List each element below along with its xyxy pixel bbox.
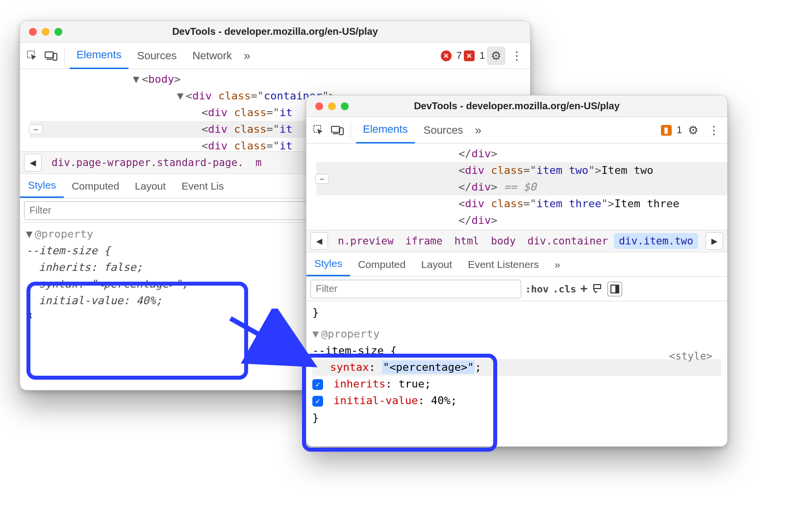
traffic-lights[interactable] [29, 28, 62, 36]
styles-subtabs: Styles Computed Layout Event Listeners » [306, 252, 727, 277]
close-window-icon[interactable] [29, 28, 37, 36]
warning-badge[interactable]: ✕ 1 [464, 50, 485, 61]
zoom-window-icon[interactable] [54, 28, 62, 36]
brush-icon[interactable] [592, 283, 604, 295]
subtab-styles[interactable]: Styles [20, 174, 64, 198]
at-property-label: @property [35, 228, 93, 240]
dom-tree[interactable]: </div> ⋯ <div class="item two">Item two … [306, 144, 727, 230]
warning-icon: ▮ [661, 125, 672, 136]
editing-value[interactable]: "<percentage>" [382, 361, 475, 374]
crumb-next-button[interactable]: ▶ [706, 232, 723, 250]
breadcrumb-item[interactable]: body [485, 235, 522, 247]
declaration-toggle-checkbox[interactable]: ✓ [312, 379, 323, 390]
titlebar: DevTools - developer.mozilla.org/en-US/p… [20, 21, 530, 43]
breadcrumb-item-selected[interactable]: div.item.two [614, 233, 698, 249]
zoom-window-icon[interactable] [341, 102, 349, 110]
cls-toggle[interactable]: .cls [553, 283, 576, 295]
minimize-window-icon[interactable] [328, 102, 336, 110]
dom-node-item-one-close[interactable]: </div> [316, 145, 727, 162]
stylesheet-link[interactable]: <style> [669, 348, 712, 364]
svg-rect-9 [615, 285, 619, 293]
close-window-icon[interactable] [315, 102, 323, 110]
subtab-styles[interactable]: Styles [306, 252, 350, 276]
css-declaration[interactable]: ✓ inherits: true; [312, 376, 721, 392]
crumb-prev-button[interactable]: ◀ [310, 232, 328, 250]
dom-node-item-two[interactable]: ⋯ <div class="item two">Item two </div> … [316, 162, 727, 195]
kebab-menu-button[interactable]: ⋮ [507, 47, 526, 65]
rule-close-brace: } [312, 304, 721, 321]
device-toggle-icon[interactable] [329, 122, 346, 139]
at-property-label: @property [321, 328, 380, 340]
styles-filter-row: :hov .cls + [306, 277, 727, 301]
devtools-toolbar: Elements Sources Network » ✕ 7 ✕ 1 ⚙ ⋮ [20, 43, 530, 69]
traffic-lights[interactable] [315, 102, 349, 110]
minimize-window-icon[interactable] [42, 28, 50, 36]
subtab-computed[interactable]: Computed [64, 174, 127, 198]
device-toggle-icon[interactable] [43, 48, 59, 64]
css-declaration[interactable]: syntax: "<percentage>"; [312, 359, 721, 376]
breadcrumb-item[interactable]: html [449, 235, 485, 247]
subtab-events[interactable]: Event Listeners [460, 252, 547, 276]
svg-rect-1 [45, 52, 53, 58]
devtools-window-2: DevTools - developer.mozilla.org/en-US/p… [306, 95, 728, 447]
subtab-layout[interactable]: Layout [127, 174, 174, 198]
more-tabs-icon[interactable]: » [241, 49, 253, 63]
add-rule-icon[interactable]: + [580, 281, 587, 296]
settings-button[interactable]: ⚙ [487, 47, 506, 65]
more-tabs-icon[interactable]: » [472, 123, 484, 137]
tab-sources[interactable]: Sources [130, 43, 184, 69]
window-title: DevTools - developer.mozilla.org/en-US/p… [314, 100, 719, 112]
inspect-icon[interactable] [24, 48, 41, 64]
tab-elements[interactable]: Elements [356, 117, 415, 144]
subtab-events[interactable]: Event Lis [174, 174, 231, 198]
rule-selector[interactable]: --item-size { [312, 342, 721, 359]
warning-icon: ✕ [464, 50, 475, 61]
rule-close-brace: } [312, 410, 721, 426]
svg-rect-6 [333, 133, 338, 134]
breadcrumb-item[interactable]: m [250, 157, 268, 169]
tab-sources[interactable]: Sources [417, 117, 470, 144]
computed-toggle-icon[interactable] [608, 282, 622, 296]
gear-icon: ⚙ [491, 49, 502, 63]
titlebar: DevTools - developer.mozilla.org/en-US/p… [306, 96, 727, 117]
styles-pane[interactable]: } ▼@property --item-size { <style> synta… [306, 301, 727, 432]
subtab-computed[interactable]: Computed [350, 252, 413, 276]
inspect-icon[interactable] [310, 122, 327, 139]
svg-rect-5 [331, 126, 340, 132]
gear-icon: ⚙ [688, 123, 699, 137]
hov-toggle[interactable]: :hov [525, 283, 549, 295]
more-subtabs-icon[interactable]: » [547, 252, 568, 276]
devtools-toolbar: Elements Sources » ▮ 1 ⚙ ⋮ [306, 117, 727, 144]
window-title: DevTools - developer.mozilla.org/en-US/p… [28, 26, 522, 37]
subtab-layout[interactable]: Layout [413, 252, 460, 276]
crumb-prev-button[interactable]: ◀ [24, 154, 42, 171]
tab-elements[interactable]: Elements [70, 43, 128, 69]
settings-button[interactable]: ⚙ [684, 121, 703, 140]
warning-badge[interactable]: ▮ 1 [661, 124, 682, 136]
svg-rect-2 [47, 59, 52, 60]
tab-network[interactable]: Network [185, 43, 239, 69]
breadcrumb-item[interactable]: iframe [400, 235, 449, 247]
dom-ellipsis-button[interactable]: ⋯ [315, 174, 329, 184]
dom-ellipsis-button[interactable]: ⋯ [29, 124, 43, 134]
error-icon: ✕ [441, 50, 452, 61]
error-badge[interactable]: ✕ 7 [441, 50, 462, 61]
breadcrumb-bar: ◀ n.preview iframe html body div.contain… [306, 230, 727, 252]
css-declaration[interactable]: ✓ initial-value: 40%; [312, 392, 721, 409]
error-count: 7 [456, 50, 462, 61]
dom-node-body[interactable]: ▼<body> [30, 71, 530, 88]
warning-count: 1 [677, 124, 682, 136]
declaration-toggle-checkbox[interactable]: ✓ [312, 396, 323, 407]
kebab-menu-button[interactable]: ⋮ [705, 121, 723, 140]
breadcrumb-item[interactable]: div.page-wrapper.standard-page. [46, 157, 250, 169]
breadcrumb-item[interactable]: div.container [522, 235, 614, 247]
styles-filter-input[interactable] [310, 280, 521, 298]
breadcrumb-item[interactable]: n.preview [332, 235, 400, 247]
dom-node-item-three[interactable]: <div class="item three">Item three </div… [316, 195, 727, 229]
warning-count: 1 [480, 50, 485, 61]
